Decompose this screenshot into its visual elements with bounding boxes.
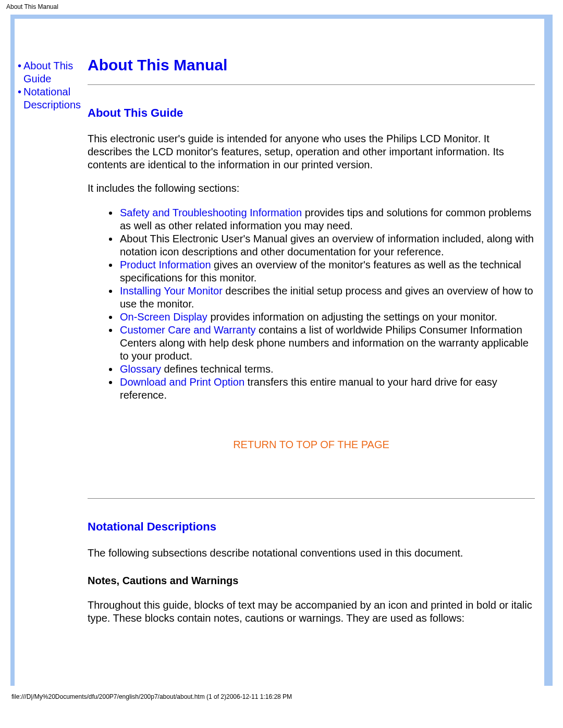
intro-paragraph: This electronic user's guide is intended… — [88, 132, 535, 171]
section2-body: Throughout this guide, blocks of text ma… — [88, 599, 535, 625]
sidebar-item-label: Notational — [23, 86, 70, 97]
subsection-heading-notes-cautions-warnings: Notes, Cautions and Warnings — [88, 574, 535, 587]
return-to-top-link[interactable]: RETURN TO TOP OF THE PAGE — [233, 439, 389, 450]
section-list: Safety and Troubleshooting Information p… — [119, 206, 535, 402]
header-title: About This Manual — [0, 0, 563, 15]
bullet-icon: • — [18, 85, 21, 112]
mid-frame: • About This Guide • Notational Descript… — [15, 19, 548, 686]
list-item: Glossary defines technical terms. — [119, 363, 535, 376]
divider — [88, 84, 535, 85]
list-item: Download and Print Option transfers this… — [119, 376, 535, 402]
divider — [88, 498, 535, 499]
link-product-information[interactable]: Product Information — [120, 259, 211, 270]
list-item-text: provides information on adjusting the se… — [207, 311, 497, 323]
lead-paragraph: It includes the following sections: — [88, 182, 535, 195]
right-border — [544, 19, 548, 686]
section-heading-notational-descriptions: Notational Descriptions — [88, 520, 535, 534]
return-to-top[interactable]: RETURN TO TOP OF THE PAGE — [88, 438, 535, 451]
link-glossary[interactable]: Glossary — [120, 363, 161, 375]
link-on-screen-display[interactable]: On-Screen Display — [120, 311, 207, 323]
list-item-text: About This Electronic User's Manual give… — [120, 233, 534, 257]
sidebar-item-notational-descriptions[interactable]: • Notational Descriptions — [18, 85, 81, 112]
sidebar-item-about-this-guide[interactable]: • About This Guide — [18, 59, 81, 85]
inner-frame: • About This Guide • Notational Descript… — [15, 19, 548, 686]
link-download-print[interactable]: Download and Print Option — [120, 376, 244, 388]
list-item: Safety and Troubleshooting Information p… — [119, 206, 535, 232]
list-item-text: defines technical terms. — [161, 363, 274, 375]
sidebar-item-label: Guide — [23, 73, 51, 84]
sidebar-link-about-this-guide[interactable]: About This Guide — [23, 59, 73, 85]
list-item: On-Screen Display provides information o… — [119, 311, 535, 324]
bullet-icon: • — [18, 59, 21, 85]
section2-intro: The following subsections describe notat… — [88, 547, 535, 560]
link-safety-troubleshooting[interactable]: Safety and Troubleshooting Information — [120, 207, 302, 218]
list-item: Installing Your Monitor describes the in… — [119, 285, 535, 311]
sidebar-item-label: Descriptions — [23, 99, 81, 110]
sidebar-item-label: About This — [23, 60, 73, 71]
list-item: Product Information gives an overview of… — [119, 258, 535, 285]
section-heading-about-this-guide: About This Guide — [88, 106, 535, 120]
link-customer-care-warranty[interactable]: Customer Care and Warranty — [120, 324, 255, 336]
sidebar: • About This Guide • Notational Descript… — [15, 19, 81, 686]
outer-frame: • About This Guide • Notational Descript… — [10, 15, 553, 686]
footer-path: file:///D|/My%20Documents/dfu/200P7/engl… — [0, 691, 563, 705]
content: About This Manual About This Guide This … — [81, 19, 544, 686]
list-item: About This Electronic User's Manual give… — [119, 232, 535, 258]
list-item: Customer Care and Warranty contains a li… — [119, 324, 535, 363]
page-title: About This Manual — [88, 55, 535, 75]
link-installing-your-monitor[interactable]: Installing Your Monitor — [120, 285, 223, 297]
sidebar-link-notational-descriptions[interactable]: Notational Descriptions — [23, 85, 81, 112]
